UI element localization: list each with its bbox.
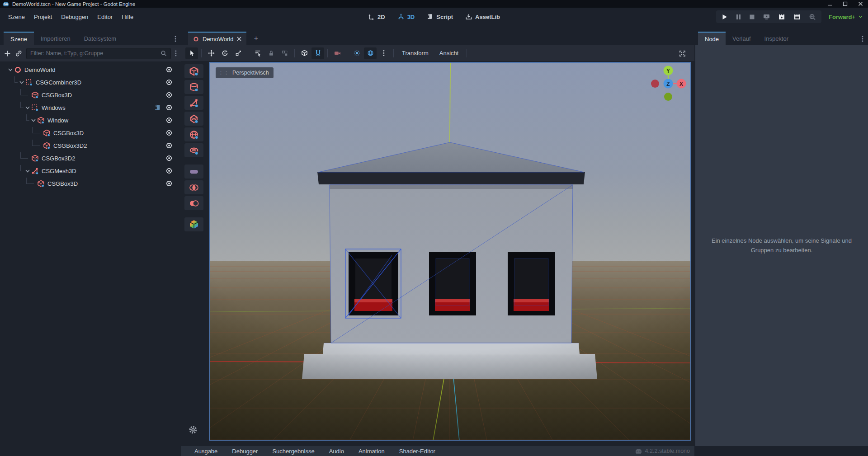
sun-icon[interactable] — [350, 47, 363, 59]
transform-menu[interactable]: Transform — [397, 50, 434, 56]
tree-node-csgbox3d[interactable]: CSGBox3D — [0, 177, 181, 190]
expand-viewport-icon[interactable] — [676, 47, 689, 59]
tree-node-csgbox3d[interactable]: CSGBox3D — [0, 89, 181, 101]
tree-node-demoworld[interactable]: DemoWorld — [0, 63, 181, 76]
visibility-eye-icon[interactable] — [165, 79, 173, 86]
tree-node-csgbox3d2[interactable]: CSGBox3D2 — [0, 152, 181, 165]
close-button[interactable] — [853, 0, 868, 8]
gridmap-button[interactable] — [184, 217, 203, 231]
visibility-eye-icon[interactable] — [165, 91, 173, 99]
movie-maker-button[interactable] — [809, 14, 816, 20]
csgbox3d-icon — [31, 155, 39, 162]
script-attached-icon[interactable] — [155, 104, 161, 111]
axis-neg-y-ball[interactable] — [664, 93, 672, 101]
axis-x-label: X — [679, 81, 683, 87]
play-scene-button[interactable] — [778, 14, 785, 20]
dock-menu-icon[interactable] — [862, 36, 863, 42]
menu-projekt[interactable]: Projekt — [29, 11, 57, 23]
scale-tool-button[interactable] — [232, 47, 245, 59]
scene-filter-input[interactable] — [30, 50, 160, 56]
play-button[interactable] — [722, 14, 727, 20]
csg-union-button[interactable] — [184, 165, 203, 179]
remote-debug-button[interactable] — [763, 14, 770, 20]
renderer-dropdown[interactable]: Forward+ — [829, 8, 863, 26]
tab-verlauf[interactable]: Verlauf — [726, 32, 757, 45]
tree-node-window[interactable]: Window — [0, 114, 181, 127]
csgmesh3d-icon — [31, 167, 39, 175]
menu-debuggen[interactable]: Debuggen — [57, 11, 93, 23]
tree-node-windows[interactable]: Windows — [0, 101, 181, 114]
bottom-tab-animation[interactable]: Animation — [359, 448, 385, 455]
bottom-tab-audio[interactable]: Audio — [329, 448, 344, 455]
snap-magnet-icon[interactable] — [311, 47, 324, 59]
add-node-button[interactable] — [4, 50, 11, 57]
visibility-eye-icon[interactable] — [165, 66, 173, 73]
ungroup-icon[interactable] — [278, 47, 291, 59]
visibility-eye-icon[interactable] — [165, 180, 173, 187]
gear-icon[interactable] — [189, 425, 198, 434]
tree-node-csgbox3d2[interactable]: CSGBox3D2 — [0, 139, 181, 152]
tree-node-csgbox3d[interactable]: CSGBox3D — [0, 127, 181, 139]
csg-cylinder-button[interactable] — [184, 80, 203, 94]
visibility-eye-icon[interactable] — [165, 142, 173, 149]
csg-intersection-button[interactable] — [184, 180, 203, 194]
csg-torus-button[interactable] — [184, 143, 203, 157]
list-select-button[interactable] — [251, 47, 264, 59]
csg-subtraction-button[interactable] — [184, 196, 203, 210]
tab-dateisystem[interactable]: Dateisystem — [77, 32, 123, 45]
tab-importieren[interactable]: Importieren — [34, 32, 77, 45]
stop-button[interactable] — [750, 14, 755, 20]
play-custom-scene-button[interactable] — [794, 14, 801, 20]
left-dock-tabs: Szene Importieren Dateisystem — [0, 26, 181, 45]
download-icon — [466, 14, 472, 20]
lock-icon[interactable] — [265, 47, 278, 59]
csg-polygon-button[interactable] — [184, 112, 203, 126]
bottom-tab-shader-editor[interactable]: Shader-Editor — [399, 448, 435, 455]
visibility-eye-icon[interactable] — [165, 129, 173, 136]
tab-node[interactable]: Node — [698, 32, 726, 45]
scene-tab-demoworld[interactable]: DemoWorld — [188, 32, 246, 45]
tab-szene[interactable]: Szene — [4, 32, 34, 45]
bottom-tab-suchergebnisse[interactable]: Suchergebnisse — [272, 448, 314, 455]
rotate-tool-button[interactable] — [218, 47, 231, 59]
mode-assetlib-button[interactable]: AssetLib — [466, 14, 500, 20]
bottom-tab-debugger[interactable]: Debugger — [232, 448, 258, 455]
new-scene-tab-button[interactable]: + — [249, 32, 263, 45]
mode-script-button[interactable]: Script — [427, 14, 453, 20]
tree-node-csgmesh3d[interactable]: CSGMesh3D — [0, 165, 181, 177]
pause-button[interactable] — [736, 14, 741, 20]
scene-filter-field[interactable] — [26, 48, 171, 59]
viewport-options-icon[interactable] — [377, 47, 390, 59]
local-space-icon[interactable] — [298, 47, 311, 59]
maximize-button[interactable] — [837, 0, 853, 8]
projection-dropdown[interactable]: ⋮⋮ Perspektivisch — [216, 67, 274, 78]
mode-2d-button[interactable]: 2D — [368, 14, 385, 20]
tab-inspektor[interactable]: Inspektor — [758, 32, 795, 45]
close-tab-icon[interactable] — [237, 37, 241, 41]
environment-globe-icon[interactable] — [364, 47, 377, 59]
dock-menu-icon[interactable] — [175, 36, 176, 42]
tree-options-icon[interactable] — [175, 50, 177, 56]
view-menu[interactable]: Ansicht — [434, 50, 464, 56]
minimize-button[interactable] — [822, 0, 837, 8]
visibility-eye-icon[interactable] — [165, 167, 173, 174]
visibility-eye-icon[interactable] — [165, 155, 173, 162]
csg-box-button[interactable] — [184, 64, 203, 78]
visibility-eye-icon[interactable] — [165, 117, 173, 124]
bottom-tab-ausgabe[interactable]: Ausgabe — [194, 448, 217, 455]
csg-sphere-button[interactable] — [184, 127, 203, 141]
menu-editor[interactable]: Editor — [93, 11, 117, 23]
csg-mesh-button[interactable] — [184, 96, 203, 110]
tree-node-csgcombiner3d[interactable]: CSGCombiner3D — [0, 76, 181, 89]
visibility-eye-icon[interactable] — [165, 104, 173, 111]
mode-3d-button[interactable]: 3D — [398, 14, 415, 20]
menu-hilfe[interactable]: Hilfe — [117, 11, 138, 23]
select-tool-button[interactable] — [185, 47, 198, 59]
move-tool-button[interactable] — [205, 47, 217, 59]
axis-neg-x-ball[interactable] — [651, 80, 659, 88]
3d-viewport[interactable]: Y Z X ⋮⋮ Perspektivisch — [209, 62, 691, 441]
instance-scene-button[interactable] — [15, 50, 22, 57]
camera-preview-icon[interactable] — [331, 47, 344, 59]
menu-szene[interactable]: Szene — [4, 11, 29, 23]
drag-handle-icon[interactable]: ⋮⋮ — [218, 70, 229, 76]
